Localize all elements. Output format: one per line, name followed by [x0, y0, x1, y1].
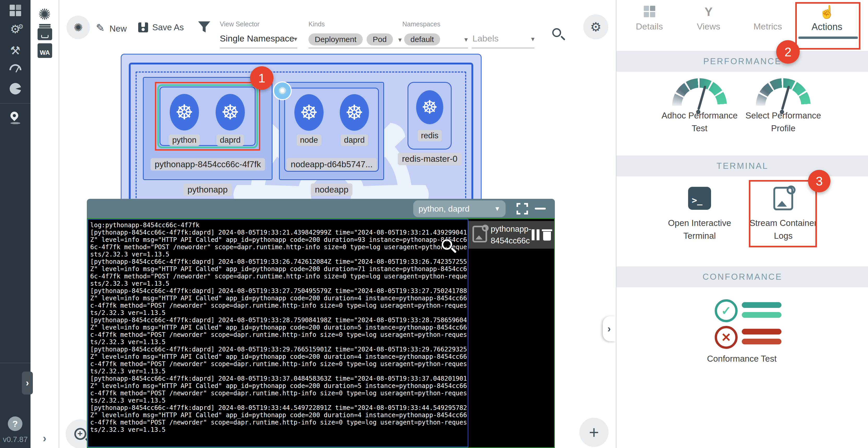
section-header-performance: PERFORMANCE [616, 51, 868, 72]
container-label: daprd [341, 135, 368, 146]
terminal-log-area[interactable]: log:pythonapp-8454cc66c-4f7fk [pythonapp… [88, 219, 468, 447]
namespaces-dropdown[interactable]: default ▾ [404, 33, 468, 46]
help-icon[interactable]: ? [8, 416, 23, 431]
container-daprd-2[interactable]: ☸ [340, 94, 369, 131]
save-icon [138, 23, 148, 32]
annotation-badge-2: 2 [776, 40, 800, 64]
k8s-wheel-icon: ☸ [175, 102, 193, 122]
namespaces-label: Namespaces [402, 20, 440, 28]
view-selector-label: View Selector [220, 20, 259, 28]
container-python[interactable]: ☸ [170, 94, 199, 130]
container-label: python [169, 135, 200, 146]
terminal-log: [pythonapp-8454cc66c-4f7fk:daprd] 2024-0… [90, 229, 467, 434]
sidebar-expand-chevron[interactable]: › [22, 371, 33, 394]
log-entry: [pythonapp-8454cc66c-4f7fk:daprd] 2024-0… [90, 258, 467, 287]
new-label: New [110, 24, 127, 33]
log-entry: [pythonapp-8454cc66c-4f7fk:daprd] 2024-0… [90, 404, 467, 434]
panel-collapse-chevron[interactable]: › [603, 316, 615, 341]
labels-underline [472, 48, 534, 48]
section-header-terminal: TERMINAL [616, 155, 868, 176]
zoom-cursor-icon [442, 239, 452, 250]
lifecycle-gears-icon[interactable]: ⚙⚙ [10, 24, 20, 35]
settings-button[interactable]: ⚙ [583, 14, 608, 39]
session-name-line2: 8454cc66c [491, 235, 531, 246]
log-entry: [pythonapp-8454cc66c-4f7fk:daprd] 2024-0… [90, 317, 467, 346]
terminal-session-item[interactable]: pythonapp- 8454cc66c [468, 221, 554, 249]
performance-gauge-icon[interactable] [9, 64, 21, 70]
labels-placeholder: Labels [472, 33, 499, 43]
deployment-label: nodeapp [311, 183, 352, 196]
kinds-dropdown[interactable]: Deployment Pod ▾ [308, 33, 402, 46]
dashboard-icon[interactable] [10, 5, 21, 16]
sidebar-divider-bottom [0, 363, 31, 363]
kinds-underline [308, 48, 416, 48]
wasm-wa-icon[interactable]: WA [37, 43, 52, 58]
tab-details[interactable]: Details [620, 0, 679, 39]
deployment-label: pythonapp [183, 183, 232, 196]
views-icon: Y [705, 6, 713, 18]
dapr-icon[interactable]: ✺ [273, 81, 292, 100]
container-daprd[interactable]: ☸ [216, 94, 245, 130]
terminal-container-selector[interactable]: python, daprd ▼ [413, 200, 505, 217]
log-entry: [pythonapp-8454cc66c-4f7fk:daprd] 2024-0… [90, 287, 467, 317]
performance-gauge-icon [756, 78, 811, 106]
k8s-wheel-icon: ☸ [345, 102, 364, 123]
labels-dropdown[interactable]: Labels ▾ [472, 33, 534, 43]
action-label: Conformance Test [690, 352, 794, 365]
session-name-line1: pythonapp- [491, 223, 531, 235]
tab-metrics[interactable]: Metrics [738, 0, 797, 39]
namespace-chip-default[interactable]: default [404, 33, 440, 46]
plugin-sidebar-chevron[interactable]: › [43, 432, 46, 445]
terminal-titlebar[interactable]: python, daprd ▼ [87, 199, 555, 218]
filter-funnel-icon[interactable] [198, 21, 210, 33]
app-sidebar: ⚙⚙ ⚒ › ? v0.7.87 [0, 0, 31, 448]
stream-log-icon [472, 226, 487, 242]
k8s-flower-icon: ✺ [73, 21, 83, 34]
log-entry: [pythonapp-8454cc66c-4f7fk:daprd] 2024-0… [90, 346, 467, 375]
chevron-down-icon: ▾ [398, 36, 402, 43]
view-selector-dropdown[interactable]: Single Namespace ▾ [220, 33, 297, 43]
terminal-body: log:pythonapp-8454cc66c-4f7fk [pythonapp… [87, 218, 555, 448]
details-panel: Details Y Views Metrics ☝ Actions 2 PERF… [616, 0, 868, 448]
dapr-pinwheel-icon[interactable]: ✺ [38, 7, 51, 22]
pause-stream-icon[interactable] [532, 229, 539, 240]
namespaces-underline [402, 48, 468, 48]
add-button[interactable]: + [579, 418, 609, 447]
gear-icon: ⚙ [590, 20, 601, 34]
kanvas-pin-icon[interactable] [10, 112, 20, 124]
save-as-label: Save As [152, 23, 184, 32]
configuration-tools-icon[interactable]: ⚒ [10, 44, 20, 57]
kind-chip-pod[interactable]: Pod [367, 33, 393, 46]
action-label: Select Performance Profile [742, 109, 825, 135]
extensions-pie-icon[interactable] [10, 83, 21, 94]
annotation-badge-1: 1 [250, 66, 274, 90]
zoom-in-icon [74, 428, 86, 440]
section-header-conformance: CONFORMANCE [616, 266, 868, 287]
search-icon[interactable] [552, 28, 561, 37]
log-entry: [pythonapp-8454cc66c-4f7fk:daprd] 2024-0… [90, 375, 467, 404]
annotation-box-3 [749, 180, 817, 247]
view-selector-underline [220, 48, 297, 48]
archive-icon[interactable] [37, 28, 52, 40]
container-label: node [297, 135, 321, 146]
minimize-icon[interactable] [535, 208, 546, 210]
canvas-app-button[interactable]: ✺ [66, 16, 90, 39]
terminal-window: python, daprd ▼ log:pythonapp-8454cc66c-… [87, 199, 555, 448]
delete-session-icon[interactable] [542, 228, 552, 241]
terminal-log-title: log:pythonapp-8454cc66c-4f7fk [90, 221, 467, 229]
sidebar-divider [0, 103, 31, 103]
chevron-down-icon: ▼ [494, 205, 500, 212]
kind-chip-deployment[interactable]: Deployment [308, 33, 363, 46]
terminal-prompt-icon: >_ [688, 187, 711, 210]
kinds-label: Kinds [308, 20, 325, 28]
new-button[interactable]: ✎ New [96, 22, 127, 34]
container-node[interactable]: ☸ [294, 94, 323, 131]
annotation-box-2 [795, 2, 861, 50]
container-redis[interactable]: ☸ [416, 90, 443, 124]
log-entry: [pythonapp-8454cc66c-4f7fk:daprd] 2024-0… [90, 229, 467, 258]
save-as-button[interactable]: Save As [138, 23, 184, 32]
app-version: v0.7.87 [0, 435, 31, 444]
fullscreen-icon[interactable] [517, 203, 528, 214]
tab-views[interactable]: Y Views [679, 0, 738, 39]
k8s-wheel-icon: ☸ [422, 97, 438, 117]
